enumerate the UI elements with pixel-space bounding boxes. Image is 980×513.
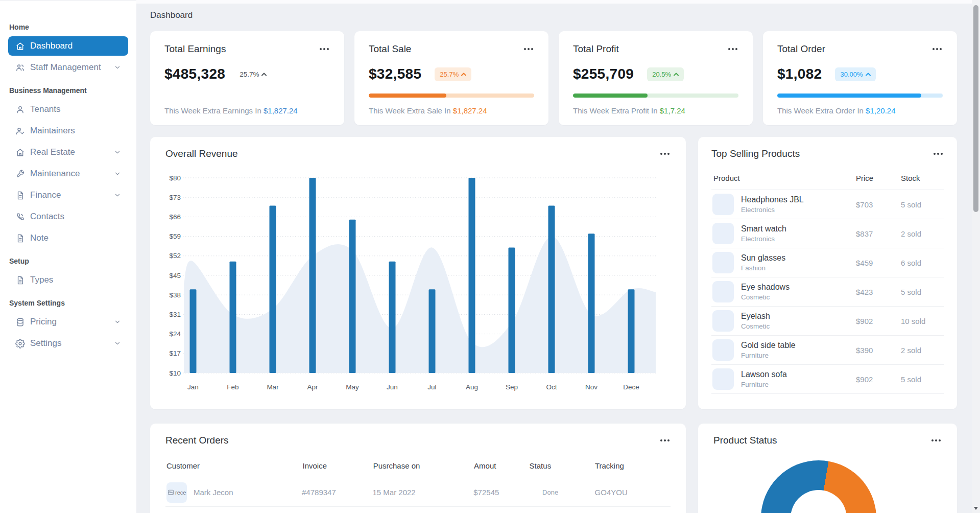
card-title: Total Profit	[573, 43, 619, 55]
card-title: Total Sale	[369, 43, 411, 55]
users-icon	[15, 62, 25, 73]
product-row-eyelash[interactable]: EyelashCosmetic$90210 sold	[711, 307, 944, 336]
chevron-down-icon	[114, 318, 121, 325]
product-name: Headphones JBL	[741, 195, 804, 204]
product-price: $902	[856, 375, 901, 384]
sidebar-item-label: Dashboard	[30, 41, 73, 51]
column-header-price: Price	[856, 174, 901, 182]
order-row[interactable]: receMark Jecon#478934715 Mar 2022$72545D…	[165, 478, 671, 507]
caret-up-icon	[461, 73, 466, 76]
more-menu-button[interactable]	[727, 46, 738, 52]
svg-text:$31: $31	[169, 311, 181, 318]
product-row-headphones-jbl[interactable]: Headphones JBLElectronics$7035 sold	[711, 190, 944, 219]
product-status-panel: Product Status	[698, 424, 957, 513]
svg-text:Sep: Sep	[506, 383, 518, 391]
product-row-smart-watch[interactable]: Smart watchElectronics$8372 sold	[711, 219, 944, 248]
sidebar-item-contacts[interactable]: Contacts	[8, 207, 128, 226]
sidebar-item-label: Note	[30, 233, 49, 243]
file-icon	[15, 275, 25, 285]
card-title: Total Earnings	[164, 43, 226, 55]
more-menu-button[interactable]	[930, 437, 942, 444]
scrollbar-thumb[interactable]	[973, 5, 978, 212]
file-icon	[15, 190, 25, 200]
stat-card-total-order: Total Order$1,08230.00%This Week Extra O…	[763, 31, 957, 125]
main-content: Dashboard Total Earnings$485,32825.7%Thi…	[136, 0, 980, 513]
product-list: Headphones JBLElectronics$7035 soldSmart…	[711, 190, 944, 394]
panel-title: Top Selling Products	[711, 148, 800, 159]
home-icon	[15, 147, 25, 157]
sidebar-section-header: Business Management	[9, 86, 127, 95]
sidebar-item-maintainers[interactable]: Maintainers	[8, 121, 128, 141]
panel-title: Overall Revenue	[165, 148, 238, 159]
product-price: $423	[856, 288, 901, 296]
progress-bar	[573, 94, 738, 98]
sidebar-item-finance[interactable]: Finance	[8, 185, 128, 205]
sidebar-item-settings[interactable]: Settings	[8, 334, 128, 353]
stat-cards-row: Total Earnings$485,32825.7%This Week Ext…	[150, 31, 957, 125]
order-tracking: GO4YOU	[595, 488, 671, 497]
sidebar-item-staff-management[interactable]: Staff Management	[8, 58, 128, 77]
card-title: Total Order	[777, 43, 825, 55]
svg-text:Dece: Dece	[623, 383, 639, 391]
more-menu-button[interactable]	[319, 46, 330, 52]
order-amount: $72545	[473, 488, 529, 497]
svg-text:$73: $73	[169, 194, 181, 201]
product-thumbnail	[712, 339, 734, 361]
product-row-sun-glasses[interactable]: Sun glassesFashion$4596 sold	[711, 248, 944, 277]
user-icon	[15, 104, 25, 114]
product-row-gold-side-table[interactable]: Gold side tableFurniture$3902 sold	[711, 336, 944, 365]
sidebar-item-label: Maintenance	[30, 169, 80, 179]
change-value: 25.7%	[440, 71, 459, 78]
sidebar-item-pricing[interactable]: Pricing	[8, 312, 128, 332]
svg-text:$17: $17	[169, 349, 181, 357]
order-purchase-date: 15 Mar 2022	[372, 488, 473, 497]
svg-text:Jul: Jul	[427, 383, 436, 391]
more-menu-button[interactable]	[659, 151, 671, 157]
gear-icon	[15, 338, 25, 348]
sidebar-item-note[interactable]: Note	[8, 228, 128, 248]
orders-table-header: Customer Invoice Pusrchase on Amout Stat…	[165, 457, 671, 478]
sidebar-item-types[interactable]: Types	[8, 270, 128, 290]
svg-text:$80: $80	[169, 174, 181, 182]
product-name: Eyelash	[741, 312, 770, 321]
panel-title: Product Status	[713, 435, 777, 446]
more-menu-button[interactable]	[931, 46, 943, 52]
more-menu-button[interactable]	[659, 437, 671, 444]
overall-revenue-panel: Overall Revenue $80$73$66$59$52$45$38$31…	[150, 137, 686, 409]
sidebar-item-maintenance[interactable]: Maintenance	[8, 164, 128, 183]
change-indicator: 30.00%	[835, 67, 875, 81]
more-menu-button[interactable]	[523, 46, 534, 52]
svg-text:$24: $24	[169, 330, 181, 338]
home-icon	[15, 41, 25, 51]
column-header-tracking: Tracking	[595, 461, 671, 470]
sidebar-item-label: Staff Management	[30, 62, 101, 73]
sidebar-item-real-estate[interactable]: Real Estate	[8, 143, 128, 162]
product-category: Cosmetic	[741, 293, 790, 301]
product-row-lawson-sofa[interactable]: Lawson sofaFurniture$9025 sold	[711, 365, 944, 394]
panel-title: Recent Orders	[165, 435, 229, 446]
sidebar-section-header: Home	[9, 23, 127, 31]
svg-text:$52: $52	[169, 252, 181, 260]
product-row-eye-shadows[interactable]: Eye shadowsCosmetic$4235 sold	[711, 277, 944, 307]
product-stock: 5 sold	[901, 375, 944, 384]
product-category: Electronics	[741, 235, 786, 243]
sidebar-section-header: Setup	[9, 257, 127, 265]
svg-text:Oct: Oct	[546, 383, 557, 391]
sidebar-item-tenants[interactable]: Tenants	[8, 100, 128, 119]
product-thumbnail	[712, 194, 734, 215]
scrollbar-down-arrow-icon[interactable]	[974, 507, 978, 510]
chevron-down-icon	[114, 64, 121, 71]
page-scrollbar[interactable]	[972, 0, 980, 513]
change-value: 20.5%	[652, 71, 671, 78]
user-check-icon	[15, 126, 25, 136]
svg-text:$59: $59	[169, 232, 181, 240]
sidebar-item-label: Real Estate	[30, 147, 75, 157]
sidebar-item-label: Tenants	[30, 104, 61, 114]
breadcrumb: Dashboard	[150, 10, 957, 20]
product-thumbnail	[712, 252, 734, 273]
sidebar-item-label: Contacts	[30, 212, 64, 222]
sidebar-item-dashboard[interactable]: Dashboard	[8, 36, 128, 56]
more-menu-button[interactable]	[933, 151, 944, 157]
product-thumbnail	[712, 223, 734, 244]
footer-amount: $1,827.24	[264, 106, 298, 115]
